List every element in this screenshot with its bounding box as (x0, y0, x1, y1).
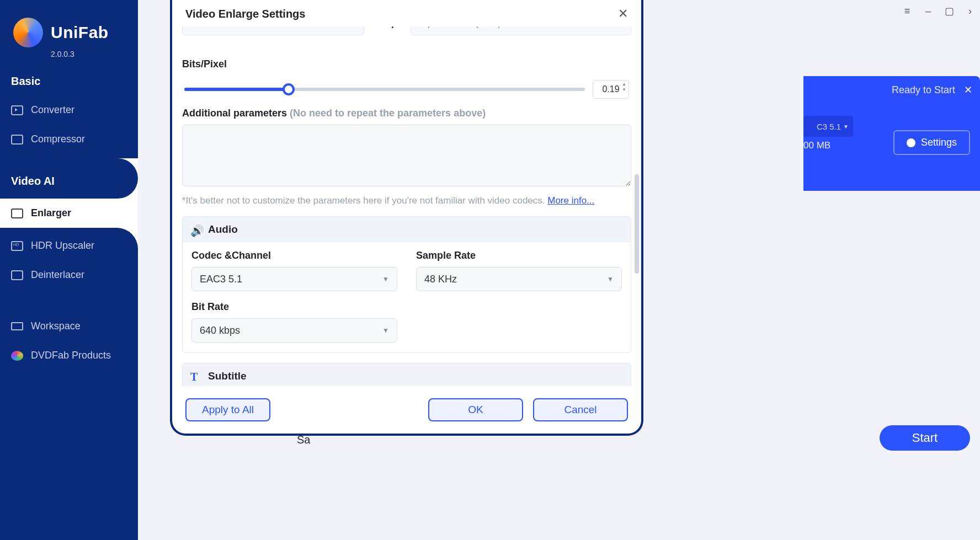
brand-version: 2.0.0.3 (0, 50, 138, 58)
chevron-down-icon: ▼ (843, 124, 849, 130)
bitrate-unit-label: kbps (372, 26, 403, 29)
chevron-down-icon: ▼ (382, 275, 389, 283)
slider-thumb[interactable] (283, 83, 295, 95)
spin-down-icon[interactable]: ▼ (622, 87, 626, 92)
sidebar-item-label: Compressor (31, 133, 85, 145)
more-info-link[interactable]: More info... (547, 195, 594, 206)
audio-section-title: Audio (208, 223, 238, 236)
enlarge-icon (11, 208, 23, 218)
gear-icon (907, 138, 915, 147)
file-size-label: 00 MB (803, 140, 830, 151)
play-box-icon (11, 105, 23, 115)
scrollbar-thumb[interactable] (635, 174, 639, 274)
subtitle-icon: T (190, 371, 203, 382)
video-enlarge-settings-dialog: Video Enlarge Settings ✕ kbps 1-pass CBR… (170, 0, 643, 436)
maximize-button[interactable]: ▢ (944, 6, 955, 17)
sidebar-item-label: DVDFab Products (31, 350, 111, 361)
settings-label: Settings (921, 137, 957, 148)
sidebar-item-deinterlacer[interactable]: Deinterlacer (0, 260, 138, 290)
sidebar-item-converter[interactable]: Converter (0, 95, 138, 125)
dvdfab-logo-icon (11, 351, 23, 361)
audio-bitrate-label: Bit Rate (191, 301, 397, 313)
deinterlace-icon (11, 270, 23, 280)
sidebar-section-basic: Basic (0, 58, 138, 95)
bits-pixel-value[interactable]: 0.19 ▲▼ (593, 80, 629, 99)
sidebar-item-compressor[interactable]: Compressor (0, 125, 138, 154)
audio-codec-select[interactable]: EAC3 5.1 ▼ (191, 267, 397, 291)
apply-to-all-button[interactable]: Apply to All (185, 398, 270, 421)
sidebar-section-videoai: Video AI (0, 158, 138, 195)
audio-sample-rate-select[interactable]: 48 KHz ▼ (416, 267, 622, 291)
subtitle-section-title: Subtitle (208, 370, 247, 382)
bits-pixel-slider[interactable]: 0.19 ▲▼ (182, 80, 631, 99)
params-note: *It's better not to customize the parame… (182, 195, 631, 206)
dialog-scrollbar[interactable] (635, 31, 639, 386)
additional-params-label: Additional parameters (No need to repeat… (182, 108, 631, 119)
speaker-icon: 🔊 (190, 224, 203, 235)
sidebar-item-workspace[interactable]: Workspace (0, 312, 138, 341)
audio-bitrate-select[interactable]: 640 kbps ▼ (191, 318, 397, 343)
subtitle-section: T Subtitle Format Remux into file ▼ (182, 363, 631, 386)
cancel-button[interactable]: Cancel (533, 398, 628, 421)
hamburger-icon[interactable]: ≡ (902, 6, 913, 17)
audio-codec-label: Codec &Channel (191, 250, 397, 261)
brand-name: UniFab (51, 23, 109, 42)
sidebar-item-label: Enlarger (31, 207, 71, 219)
video-bitrate-input[interactable] (182, 26, 364, 35)
task-card: Ready to Start ✕ C3 5.1 ▼ 00 MB Settings (803, 76, 980, 191)
codec-chip[interactable]: C3 5.1 ▼ (803, 116, 853, 137)
bits-pixel-label: Bits/Pixel (182, 58, 631, 70)
brand-logo-icon (13, 18, 43, 47)
dialog-title: Video Enlarge Settings (185, 8, 305, 20)
hdr-icon (11, 241, 23, 251)
monitor-icon (11, 322, 23, 330)
settings-button[interactable]: Settings (893, 130, 970, 155)
sidebar: UniFab 2.0.0.3 Basic Converter Compresso… (0, 0, 138, 540)
sidebar-item-enlarger[interactable]: Enlarger (0, 199, 138, 228)
minimize-button[interactable]: – (923, 6, 934, 17)
slider-fill (184, 88, 289, 91)
start-button[interactable]: Start (880, 425, 970, 451)
compress-icon (11, 135, 23, 145)
chevron-down-icon: ▼ (607, 275, 614, 283)
sidebar-item-label: HDR Upscaler (31, 240, 94, 252)
close-task-icon[interactable]: ✕ (964, 84, 972, 96)
status-ready: Ready to Start (892, 84, 955, 96)
audio-sample-rate-label: Sample Rate (416, 250, 622, 261)
spin-up-icon[interactable]: ▲ (622, 82, 626, 87)
slider-track[interactable] (184, 88, 585, 91)
additional-params-input[interactable] (182, 125, 631, 186)
more-button[interactable]: › (965, 6, 976, 17)
audio-section: 🔊 Audio Codec &Channel EAC3 5.1 ▼ (182, 216, 631, 353)
ok-button[interactable]: OK (428, 398, 523, 421)
window-controls: ≡ – ▢ › (902, 6, 976, 17)
dialog-close-button[interactable]: ✕ (618, 7, 628, 21)
sidebar-item-label: Converter (31, 104, 74, 116)
pass-mode-select[interactable]: 1-pass CBR (Fast) ▼ (411, 26, 631, 35)
sidebar-item-dvdfab-products[interactable]: DVDFab Products (0, 341, 138, 370)
sidebar-item-label: Workspace (31, 320, 81, 332)
brand-block: UniFab (0, 0, 138, 52)
sidebar-item-hdr-upscaler[interactable]: HDR Upscaler (0, 231, 138, 260)
chevron-down-icon: ▼ (382, 327, 389, 334)
sidebar-item-label: Deinterlacer (31, 269, 84, 281)
